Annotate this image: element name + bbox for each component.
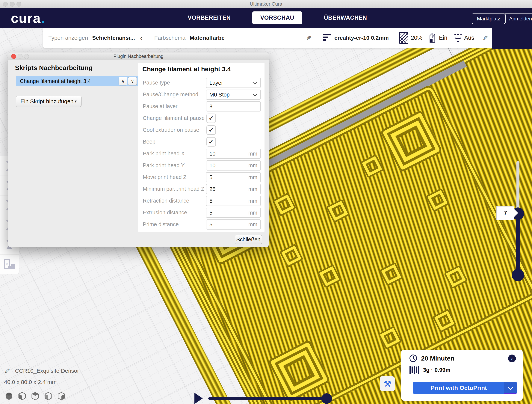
checkbox-cool-extruder-on-pause[interactable]: ✓ <box>206 125 216 135</box>
close-dialog-button[interactable]: Schließen <box>235 235 262 244</box>
info-icon[interactable]: i <box>508 354 516 362</box>
script-settings-panel: Change filament at height 3.4 Pause type… <box>138 63 265 232</box>
field-value-extrusion-distance: 5 <box>209 210 248 216</box>
edit-pencil-icon[interactable]: ✎ <box>305 35 312 41</box>
stage-tabs: VORBEREITEN VORSCHAU ÜBERWACHEN <box>180 8 375 28</box>
input-prime-distance[interactable]: 5mm <box>206 219 261 230</box>
scripts-heading: Skripts Nachbearbeitung <box>15 64 93 71</box>
edit-settings-pencil-icon[interactable]: ✎ <box>481 35 489 41</box>
field-value-park-print-head-y: 10 <box>209 162 248 169</box>
view-3d-icon[interactable] <box>5 392 13 401</box>
field-label-pause-at-layer: Pause at layer <box>143 101 177 111</box>
view-left-icon[interactable] <box>44 392 53 401</box>
field-label-park-print-head-y: Park print head Y <box>143 160 185 170</box>
app-header: cura. VORBEREITEN VORSCHAU ÜBERWACHEN Ma… <box>0 8 532 28</box>
clock-icon <box>409 354 417 362</box>
field-row-park-print-head-y: Park print head Y10mm <box>143 160 261 170</box>
field-label-minimum-park-print-head-z: Minimum par...rint head Z <box>143 184 204 194</box>
field-row-retraction-distance: Retraction distance5mm <box>143 196 261 205</box>
move-script-up-button[interactable]: ∧ <box>119 77 127 85</box>
dialog-titlebar[interactable]: Plugin Nachbearbeitung <box>8 52 269 60</box>
marketplace-button[interactable]: Marktplatz <box>472 13 506 24</box>
layer-height-icon <box>323 34 331 42</box>
input-move-print-head-z[interactable]: 5mm <box>206 172 261 182</box>
add-script-button[interactable]: Ein Skript hinzufügen▾ <box>16 96 82 107</box>
checkbox-beep[interactable]: ✓ <box>206 137 216 147</box>
view-top-icon[interactable] <box>31 392 40 401</box>
field-unit-retraction-distance: mm <box>248 198 257 204</box>
print-summary-card: 20 Minuten i 3g · 0.99m Print with OctoP… <box>401 350 523 401</box>
path-slider-handle[interactable] <box>322 393 332 404</box>
colorscheme-selector[interactable]: Farbschema Materialfarbe ✎ <box>148 28 317 48</box>
dialog-close-button[interactable] <box>11 54 16 59</box>
field-row-move-print-head-z: Move print head Z5mm <box>143 172 261 182</box>
print-settings-summary[interactable]: creality-cr-10 0.2mm 20% Ein Aus ✎ <box>317 28 493 48</box>
chevron-down-icon <box>508 385 513 390</box>
chevron-down-icon <box>253 92 257 96</box>
field-row-pause-at-layer: Pause at layer8 <box>143 101 261 111</box>
input-pause-at-layer[interactable]: 8 <box>206 101 261 111</box>
adhesion-value: Aus <box>464 34 474 41</box>
dialog-minimize-button[interactable] <box>18 54 22 59</box>
field-value-pause-type: Layer <box>209 80 253 86</box>
field-value-pause-change-method: M0 Stop <box>209 92 253 98</box>
logo-dot: . <box>41 11 45 26</box>
tab-monitor[interactable]: ÜBERWACHEN <box>316 12 375 24</box>
view-type-selector[interactable]: Typen anzeigen Schichtenansi... ‹ <box>43 28 148 48</box>
script-settings-heading: Change filament at height 3.4 <box>142 65 231 73</box>
view-right-icon[interactable] <box>57 392 66 401</box>
tab-prepare[interactable]: VORBEREITEN <box>180 12 239 24</box>
input-retraction-distance[interactable]: 5mm <box>206 196 261 206</box>
field-label-move-print-head-z: Move print head Z <box>143 172 187 182</box>
print-with-octoprint-button[interactable]: Print with OctoPrint <box>413 382 517 394</box>
field-unit-park-print-head-y: mm <box>248 162 257 169</box>
script-settings-rows: Pause typeLayerPause/Change methodM0 Sto… <box>143 78 261 231</box>
select-pause-change-method[interactable]: M0 Stop <box>206 90 261 100</box>
input-park-print-head-x[interactable]: 10mm <box>206 149 261 159</box>
dialog-zoom-button[interactable] <box>24 54 29 59</box>
move-script-down-button[interactable]: ∨ <box>128 77 137 85</box>
field-value-move-print-head-z: 5 <box>209 174 248 180</box>
path-slider-track[interactable] <box>208 397 327 400</box>
header-patch <box>492 28 532 49</box>
camera-view-buttons <box>5 392 66 401</box>
input-extrusion-distance[interactable]: 5mm <box>206 208 261 218</box>
input-park-print-head-y[interactable]: 10mm <box>206 160 261 171</box>
layer-slider-track-range[interactable] <box>516 214 520 276</box>
field-label-prime-distance: Prime distance <box>143 219 179 229</box>
field-value-park-print-head-x: 10 <box>209 151 248 157</box>
select-pause-type[interactable]: Layer <box>206 78 261 88</box>
field-label-cool-extruder-on-pause: Cool extruder on pause <box>143 125 199 135</box>
field-unit-minimum-park-print-head-z: mm <box>248 186 257 192</box>
collapse-chevron-icon[interactable]: ‹ <box>140 34 143 42</box>
view-type-label: Typen anzeigen <box>48 35 88 41</box>
print-time: 20 Minuten <box>421 355 455 362</box>
dropdown-caret-icon: ▾ <box>75 99 77 104</box>
field-label-pause-change-method: Pause/Change method <box>143 90 198 99</box>
layer-slider-bottom-handle[interactable] <box>512 269 524 281</box>
input-minimum-park-print-head-z[interactable]: 25mm <box>206 184 261 194</box>
model-size: 40.0 x 80.0 x 2.4 mm <box>4 379 79 385</box>
signin-button[interactable]: Anmelden <box>504 13 532 24</box>
field-value-prime-distance: 5 <box>209 221 248 228</box>
post-processing-dialog: Plugin Nachbearbeitung Skripts Nachbearb… <box>8 52 269 247</box>
colorscheme-value[interactable]: Materialfarbe <box>190 35 225 41</box>
field-row-minimum-park-print-head-z: Minimum par...rint head Z25mm <box>143 184 261 194</box>
window-titlebar: Ultimaker Cura <box>0 0 532 8</box>
octoprint-settings-button[interactable]: ⚒ <box>380 376 395 391</box>
view-front-icon[interactable] <box>18 392 27 401</box>
material-icon <box>410 366 419 374</box>
printer-profile-name[interactable]: creality-cr-10 0.2mm <box>334 35 389 41</box>
play-button[interactable] <box>194 393 203 404</box>
print-options-dropdown[interactable] <box>504 382 517 394</box>
tab-preview[interactable]: VORSCHAU <box>252 12 302 24</box>
rename-pencil-icon[interactable]: ✎ <box>3 368 11 374</box>
model-name: CCR10_Exquisite Densor <box>15 368 79 374</box>
field-row-change-filament-at-pause: Change filament at pause✓ <box>143 113 261 123</box>
field-row-prime-distance: Prime distance5mm <box>143 219 261 229</box>
field-label-pause-type: Pause type <box>143 78 170 88</box>
view-type-value[interactable]: Schichtenansi... <box>92 35 135 41</box>
per-model-settings-button[interactable]: × <box>0 255 19 274</box>
selected-script-row[interactable]: Change filament at height 3.4 ∧ ∨ × <box>16 76 147 86</box>
checkbox-change-filament-at-pause[interactable]: ✓ <box>206 114 216 123</box>
